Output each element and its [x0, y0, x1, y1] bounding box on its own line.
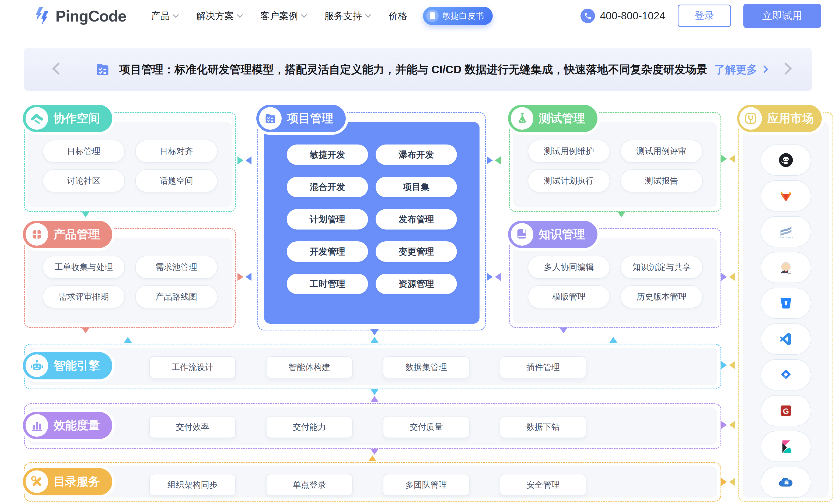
- connector-arrow: [487, 156, 493, 164]
- connector-arrow: [609, 337, 618, 343]
- feature-pill[interactable]: 交付能力: [266, 416, 353, 438]
- feature-list: 多人协同编辑知识沉淀与共享模版管理历史版本管理: [514, 256, 717, 308]
- vscode-icon: [778, 331, 794, 347]
- feature-pill[interactable]: 发布管理: [376, 209, 457, 230]
- section-collab-header: 协作空间: [23, 105, 112, 132]
- feature-pill[interactable]: 交付质量: [383, 416, 470, 438]
- app-jenkins[interactable]: [761, 252, 811, 283]
- connector-arrow: [246, 156, 251, 164]
- section-title: 智能引擎: [54, 358, 100, 373]
- nav-menu-item[interactable]: 客户案例: [260, 10, 306, 22]
- feature-pill[interactable]: 混合开发: [287, 177, 368, 197]
- brand-logo[interactable]: PingCode: [32, 5, 126, 26]
- carousel-next-icon[interactable]: [779, 62, 792, 75]
- feature-pill[interactable]: 资源管理: [376, 274, 457, 294]
- feature-pill[interactable]: 数据下钻: [500, 416, 586, 438]
- feature-list: 工作流设计智能体构建数据集管理插件管理: [149, 356, 586, 378]
- feature-pill[interactable]: 单点登录: [266, 474, 353, 496]
- whitepaper-badge[interactable]: 敏捷白皮书: [423, 7, 493, 25]
- svg-text:SUBVERSION: SUBVERSION: [778, 237, 793, 238]
- phone-contact[interactable]: 400-800-1024: [581, 8, 665, 23]
- feature-pill[interactable]: 产品路线图: [135, 285, 217, 308]
- app-subversion[interactable]: SUBVERSION: [761, 216, 811, 247]
- feature-pill[interactable]: 项目集: [376, 177, 457, 197]
- nav-menu-item[interactable]: 价格: [388, 10, 407, 22]
- top-navbar: PingCode 产品 解决方案 客户案例: [0, 0, 836, 32]
- phone-icon: [581, 8, 595, 23]
- learn-more-link[interactable]: 了解更多: [714, 62, 767, 77]
- app-github[interactable]: [761, 144, 811, 176]
- carousel-prev-icon[interactable]: [52, 62, 64, 75]
- feature-pill[interactable]: 测试报告: [620, 169, 703, 192]
- connector-arrow: [729, 273, 735, 281]
- feature-pill[interactable]: 多团队管理: [383, 474, 470, 496]
- feature-pill[interactable]: 测试用例维护: [528, 140, 610, 163]
- feature-list: 敏捷开发瀑布开发混合开发项目集计划管理发布管理开发管理变更管理工时管理资源管理: [264, 144, 479, 294]
- section-test-header: 测试管理: [508, 105, 597, 132]
- app-gitee[interactable]: G: [761, 395, 811, 426]
- feature-pill[interactable]: 变更管理: [376, 241, 457, 262]
- section-knowledge-header: 知识管理: [508, 221, 597, 248]
- section-metrics: 交付效率交付能力交付质量数据下钻 效能度量: [24, 403, 721, 449]
- app-jira[interactable]: [761, 359, 811, 390]
- feature-pill[interactable]: 测试用例评审: [620, 140, 703, 163]
- jira-icon: [778, 367, 794, 383]
- feature-pill[interactable]: 测试计划执行: [528, 169, 610, 192]
- bar-chart-icon: [25, 414, 48, 437]
- feature-pill[interactable]: 计划管理: [287, 209, 368, 230]
- subversion-icon: SUBVERSION: [778, 224, 794, 240]
- feature-pill[interactable]: 开发管理: [287, 241, 368, 262]
- feature-pill[interactable]: 插件管理: [500, 356, 586, 378]
- feature-pill[interactable]: 工作流设计: [149, 356, 236, 378]
- feature-pill[interactable]: 交付效率: [149, 416, 236, 438]
- feature-pill[interactable]: 数据集管理: [383, 356, 470, 378]
- section-title: 协作空间: [54, 111, 100, 126]
- section-ai-header: 智能引擎: [23, 352, 112, 380]
- gitlab-icon: [778, 188, 794, 204]
- feature-pill[interactable]: 知识沉淀与共享: [620, 256, 703, 279]
- jenkins-icon: [778, 259, 794, 275]
- section-collab: 目标管理目标对齐讨论社区话题空间 协作空间: [24, 112, 236, 212]
- feature-pill[interactable]: 多人协同编辑: [528, 256, 610, 279]
- feature-pill[interactable]: 工单收集与处理: [42, 256, 125, 279]
- section-title: 项目管理: [287, 111, 333, 126]
- connector-arrow: [238, 273, 243, 281]
- feature-pill[interactable]: 智能体构建: [266, 356, 353, 378]
- feature-pill[interactable]: 需求评审排期: [42, 285, 125, 308]
- feature-list: 测试用例维护测试用例评审测试计划执行测试报告: [514, 140, 717, 192]
- feature-pill[interactable]: 历史版本管理: [620, 285, 703, 308]
- section-directory-header: 目录服务: [23, 468, 112, 496]
- feature-pill[interactable]: 瀑布开发: [376, 144, 457, 165]
- feature-pill[interactable]: 安全管理: [500, 474, 586, 496]
- app-vscode[interactable]: [761, 324, 811, 355]
- feature-pill[interactable]: 讨论社区: [42, 169, 125, 192]
- feature-pill[interactable]: 模版管理: [528, 285, 610, 308]
- nav-menu-item[interactable]: 解决方案: [196, 10, 242, 22]
- feature-pill[interactable]: 目标管理: [42, 140, 125, 163]
- announcement-banner[interactable]: 项目管理：标准化研发管理模型，搭配灵活自定义能力，并能与 CI/CD 数据进行无…: [24, 48, 812, 91]
- book-icon: [511, 223, 533, 246]
- connector-arrow: [729, 361, 735, 369]
- app-kibana[interactable]: [761, 431, 811, 462]
- feature-pill[interactable]: 话题空间: [135, 169, 217, 192]
- section-metrics-header: 效能度量: [23, 412, 112, 439]
- pingcode-product-page: PingCode 产品 解决方案 客户案例: [0, 0, 836, 504]
- feature-pill[interactable]: 目标对齐: [135, 140, 217, 163]
- trial-button[interactable]: 立即试用: [743, 4, 821, 28]
- section-test: 测试用例维护测试用例评审测试计划执行测试报告 测试管理: [509, 112, 721, 212]
- app-gitlab[interactable]: [761, 180, 811, 212]
- connector-arrow: [124, 337, 132, 343]
- nav-menu-item[interactable]: 产品: [151, 10, 178, 22]
- feature-pill[interactable]: 组织架构同步: [149, 474, 236, 496]
- project-folder-icon: [95, 61, 111, 77]
- feature-pill[interactable]: 工时管理: [287, 274, 368, 294]
- connector-arrow: [487, 273, 493, 281]
- nav-menu-item[interactable]: 服务支持: [324, 10, 370, 22]
- app-cloud-database[interactable]: [761, 467, 811, 498]
- app-list: SUBVERSION: [739, 144, 833, 498]
- connector-arrow: [559, 328, 568, 333]
- feature-pill[interactable]: 需求池管理: [135, 256, 217, 279]
- app-bitbucket[interactable]: [761, 288, 811, 319]
- login-button[interactable]: 登录: [678, 4, 731, 27]
- feature-pill[interactable]: 敏捷开发: [287, 144, 368, 165]
